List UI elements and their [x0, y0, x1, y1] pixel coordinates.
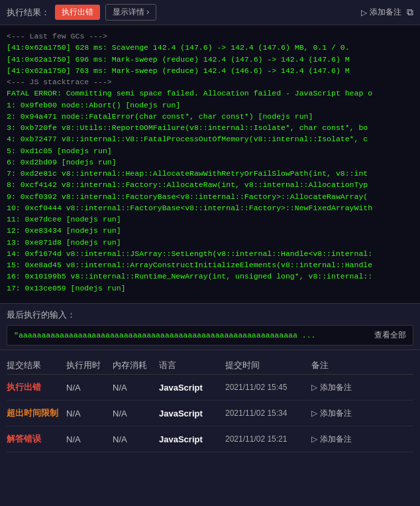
- add-note-cell-1[interactable]: ▷ 添加备注: [311, 382, 364, 393]
- play-icon-1: ▷: [311, 383, 317, 392]
- stack-line-1: 1: 0x9feb00 node::Abort() [nodejs run]: [7, 99, 413, 111]
- stack-line-12: 12: 0xe83434 [nodejs run]: [7, 225, 413, 236]
- status-cell-3[interactable]: 解答错误: [7, 433, 66, 445]
- stack-line-13: 13: 0xe871d8 [nodejs run]: [7, 237, 413, 248]
- chevron-icon: ›: [146, 7, 149, 17]
- gc-line-3: [41:0x62a1750] 763 ms: Mark-sweep (reduc…: [7, 65, 413, 76]
- stack-line-17: 17: 0x13ce059 [nodejs run]: [7, 283, 413, 294]
- toolbar-right: ▷ 添加备注 ⧉: [361, 7, 413, 18]
- stack-lines: 1: 0x9feb00 node::Abort() [nodejs run] 2…: [7, 99, 413, 294]
- gc-line-1: [41:0x62a1750] 628 ms: Scavenge 142.4 (1…: [7, 42, 413, 53]
- memory-cell-2: N/A: [113, 409, 159, 418]
- header-status: 提交结果: [7, 359, 66, 371]
- stack-line-16: 16: 0x10199b5 v8::internal::Runtime_NewA…: [7, 271, 413, 282]
- fatal-line: FATAL ERROR: Committing semi space faile…: [7, 88, 413, 99]
- add-note-cell-3[interactable]: ▷ 添加备注: [311, 434, 364, 445]
- lang-cell-2: JavaScript: [159, 409, 225, 418]
- details-button[interactable]: 显示详情 ›: [105, 4, 156, 21]
- play-icon: ▷: [361, 8, 367, 17]
- memory-cell-3: N/A: [113, 434, 159, 444]
- stack-line-4: 4: 0xb72477 v8::internal::V8::FatalProce…: [7, 133, 413, 145]
- status-cell-1[interactable]: 执行出错: [7, 381, 66, 393]
- table-header: 提交结果 执行用时 内存消耗 语言 提交时间 备注: [7, 357, 413, 375]
- lang-cell-1: JavaScript: [159, 383, 225, 393]
- header-memory: 内存消耗: [113, 359, 159, 371]
- submit-time-cell-3: 2021/11/02 15:21: [225, 434, 311, 444]
- play-icon-2: ▷: [311, 409, 317, 418]
- last-input-section: 最后执行的输入： "aaaaaaaaaaaaaaaaaaaaaaaaaaaaaa…: [0, 304, 420, 350]
- stack-line-6: 6: 0xd2bd09 [nodejs run]: [7, 157, 413, 168]
- lang-cell-3: JavaScript: [159, 434, 225, 444]
- time-cell-3: N/A: [66, 434, 113, 444]
- gc-line-2: [41:0x62a1750] 696 ms: Mark-sweep (reduc…: [7, 54, 413, 65]
- copy-icon[interactable]: ⧉: [407, 7, 413, 18]
- toolbar: 执行结果： 执行出错 显示详情 › ▷ 添加备注 ⧉: [0, 0, 420, 25]
- table-row: 超出时间限制 N/A N/A JavaScript 2021/11/02 15:…: [7, 401, 413, 426]
- stack-header: <--- JS stacktrace --->: [7, 76, 413, 88]
- play-icon-3: ▷: [311, 434, 317, 444]
- stack-line-2: 2: 0x94a471 node::FatalError(char const*…: [7, 111, 413, 122]
- last-input-box: "aaaaaaaaaaaaaaaaaaaaaaaaaaaaaaaaaaaaaaa…: [7, 325, 413, 346]
- header-lang: 语言: [159, 359, 225, 371]
- add-note-label: 添加备注: [370, 7, 401, 18]
- header-note: 备注: [311, 359, 364, 371]
- header-time: 执行用时: [66, 359, 113, 371]
- add-note-button[interactable]: ▷ 添加备注: [361, 7, 401, 18]
- add-note-label-2: 添加备注: [320, 408, 352, 419]
- error-button[interactable]: 执行出错: [55, 5, 100, 20]
- add-note-label-1: 添加备注: [320, 382, 352, 393]
- status-cell-2[interactable]: 超出时间限制: [7, 407, 66, 419]
- results-table: 提交结果 执行用时 内存消耗 语言 提交时间 备注 执行出错 N/A N/A J…: [0, 350, 420, 452]
- stack-line-11: 11: 0xe7dcee [nodejs run]: [7, 214, 413, 225]
- add-note-label-3: 添加备注: [320, 434, 352, 445]
- stack-line-7: 7: 0xd2e81c v8::internal::Heap::Allocate…: [7, 168, 413, 179]
- memory-cell-1: N/A: [113, 383, 159, 393]
- last-input-text: "aaaaaaaaaaaaaaaaaaaaaaaaaaaaaaaaaaaaaaa…: [14, 331, 368, 340]
- last-input-label: 最后执行的输入：: [7, 309, 413, 321]
- stack-line-5: 5: 0xd1c05 [nodejs run]: [7, 145, 413, 157]
- stack-line-3: 3: 0xb720fe v8::Utils::ReportOOMFailure(…: [7, 122, 413, 133]
- stack-line-10: 10: 0xcf0444 v8::internal::FactoryBase<v…: [7, 202, 413, 214]
- view-all-button[interactable]: 查看全部: [374, 330, 406, 341]
- submit-time-cell-2: 2021/11/02 15:34: [225, 409, 311, 418]
- stack-line-8: 8: 0xcf4142 v8::internal::Factory::Alloc…: [7, 179, 413, 190]
- table-row: 执行出错 N/A N/A JavaScript 2021/11/02 15:45…: [7, 375, 413, 401]
- submit-time-cell-1: 2021/11/02 15:45: [225, 383, 311, 392]
- header-submit-time: 提交时间: [225, 359, 311, 371]
- toolbar-label: 执行结果：: [7, 7, 50, 19]
- details-label: 显示详情: [113, 7, 144, 17]
- add-note-cell-2[interactable]: ▷ 添加备注: [311, 408, 364, 419]
- gc-lines: [41:0x62a1750] 628 ms: Scavenge 142.4 (1…: [7, 42, 413, 76]
- time-cell-2: N/A: [66, 409, 113, 418]
- time-cell-1: N/A: [66, 383, 113, 393]
- stack-line-15: 15: 0xe8ad45 v8::internal::ArrayConstruc…: [7, 259, 413, 271]
- stack-line-14: 14: 0xf1674d v8::internal::JSArray::SetL…: [7, 248, 413, 259]
- stack-line-9: 9: 0xcf0392 v8::internal::FactoryBase<v8…: [7, 191, 413, 202]
- gc-header: <--- Last few GCs --->: [7, 31, 413, 42]
- table-row: 解答错误 N/A N/A JavaScript 2021/11/02 15:21…: [7, 426, 413, 452]
- code-area: <--- Last few GCs ---> [41:0x62a1750] 62…: [0, 25, 420, 304]
